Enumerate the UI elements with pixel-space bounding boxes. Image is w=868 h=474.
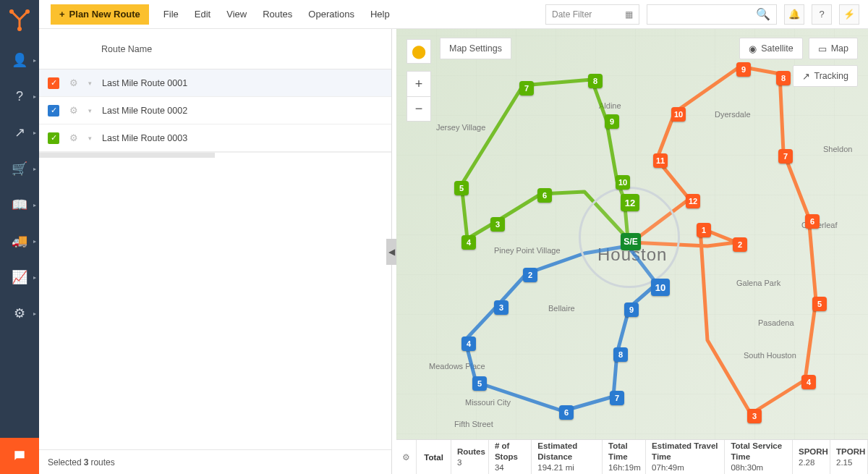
route-name: Last Mile Route 0003 <box>102 133 187 143</box>
stop-marker-blue[interactable]: 10 <box>651 279 670 296</box>
zoom-control: + − <box>407 71 431 122</box>
quick-action-button[interactable]: ⚡ <box>839 4 859 25</box>
nav-user-plus[interactable]: 👤▸ <box>0 42 39 78</box>
team-truck-icon: 🚚 <box>12 233 27 249</box>
stop-marker-green[interactable]: 9 <box>605 114 619 129</box>
date-filter[interactable]: Date Filter ▦ <box>545 4 639 25</box>
stop-marker-green[interactable]: 3 <box>490 217 505 232</box>
route-checkbox[interactable]: ✓ <box>48 105 59 117</box>
map-viewport[interactable]: Houston Jersey VillageDyersdaleSheldonAl… <box>396 29 868 474</box>
summary-value: 2.15 <box>836 457 861 468</box>
route-name-column-header: Route Name <box>101 44 152 54</box>
summary-col: Estimated Travel Time07h:49m <box>646 440 725 474</box>
stop-marker-blue[interactable]: 3 <box>494 300 509 315</box>
stop-marker-orange[interactable]: 12 <box>686 194 700 208</box>
stop-marker-orange[interactable]: 7 <box>778 149 793 164</box>
summary-col: # of Stops34 <box>489 440 532 474</box>
street-view-pegman[interactable]: ⬤ <box>407 39 431 64</box>
stop-marker-green[interactable]: 7 <box>519 81 534 96</box>
nav-address-book[interactable]: 📖▸ <box>0 187 39 223</box>
bolt-icon: ⚡ <box>843 9 855 20</box>
stop-marker-orange[interactable]: 9 <box>736 62 751 77</box>
cart-icon: 🛒 <box>12 161 27 177</box>
stop-marker-orange[interactable]: 1 <box>697 223 711 237</box>
route-name: Last Mile Route 0001 <box>102 78 187 88</box>
map-settings-button[interactable]: Map Settings <box>440 38 511 59</box>
nav-analytics[interactable]: 📈▸ <box>0 259 39 295</box>
bell-icon: 🔔 <box>788 9 800 20</box>
panel-splitter[interactable]: ◀ <box>386 239 396 265</box>
route-gear-icon[interactable]: ⚙ <box>69 77 78 88</box>
nav-user-settings[interactable]: ⚙▸ <box>0 295 39 331</box>
route-row[interactable]: ✓⚙▾Last Mile Route 0002 <box>39 97 391 124</box>
menu-help[interactable]: Help <box>370 9 390 20</box>
summary-header: SPORH <box>799 447 824 457</box>
menu-edit[interactable]: Edit <box>195 9 210 20</box>
route-checkbox[interactable]: ✓ <box>48 132 59 144</box>
stop-marker-blue[interactable]: 7 <box>610 391 624 405</box>
user-plus-icon: 👤 <box>12 52 27 68</box>
menu-view[interactable]: View <box>226 9 247 20</box>
chat-button[interactable] <box>0 438 39 474</box>
summary-settings-button[interactable]: ⚙ <box>396 440 417 474</box>
menu-operations[interactable]: Operations <box>308 9 354 20</box>
stop-marker-blue[interactable]: 6 <box>559 405 574 420</box>
date-filter-placeholder: Date Filter <box>552 9 592 20</box>
top-toolbar: + Plan New Route FileEditViewRoutesOpera… <box>0 0 868 29</box>
nav-cart[interactable]: 🛒▸ <box>0 151 39 187</box>
plan-new-route-button[interactable]: + Plan New Route <box>51 4 149 25</box>
notifications-button[interactable]: 🔔 <box>784 4 804 25</box>
route-list: ✓⚙▾Last Mile Route 0001✓⚙▾Last Mile Rout… <box>39 69 391 152</box>
stop-marker-green[interactable]: 10 <box>616 175 630 190</box>
zoom-out-button[interactable]: − <box>407 96 430 121</box>
stop-marker-orange[interactable]: 8 <box>776 71 791 85</box>
start-end-marker[interactable]: S/E <box>621 233 641 250</box>
stop-marker-green[interactable]: 12 <box>621 194 639 211</box>
summary-header: # of Stops <box>495 441 525 462</box>
summary-header: Estimated Distance <box>537 441 596 462</box>
expand-icon[interactable]: ▾ <box>88 135 92 142</box>
stop-marker-orange[interactable]: 5 <box>812 297 827 311</box>
calendar-icon: ▦ <box>625 9 633 20</box>
menu-routes[interactable]: Routes <box>263 9 292 20</box>
route-row[interactable]: ✓⚙▾Last Mile Route 0001 <box>39 69 391 97</box>
stop-marker-green[interactable]: 8 <box>588 74 603 88</box>
route-gear-icon[interactable]: ⚙ <box>69 132 78 143</box>
stop-marker-blue[interactable]: 5 <box>472 376 487 391</box>
map-icon: ▭ <box>818 43 827 54</box>
stop-marker-orange[interactable]: 2 <box>733 237 747 252</box>
help-button[interactable]: ? <box>812 4 832 25</box>
summary-col: Estimated Distance194.21 mi <box>532 440 603 474</box>
nav-help-circle[interactable]: ?▸ <box>0 78 39 114</box>
stop-marker-orange[interactable]: 11 <box>653 153 668 168</box>
menu-file[interactable]: File <box>163 9 179 20</box>
search-input[interactable]: 🔍 <box>647 4 777 25</box>
stop-marker-orange[interactable]: 4 <box>801 375 816 389</box>
nav-team-truck[interactable]: 🚚▸ <box>0 223 39 259</box>
stop-marker-orange[interactable]: 10 <box>671 107 686 122</box>
plus-icon: + <box>59 9 65 20</box>
expand-icon[interactable]: ▾ <box>88 107 92 114</box>
stop-marker-green[interactable]: 6 <box>537 188 552 203</box>
satellite-toggle[interactable]: ◉Satellite <box>739 38 802 59</box>
summary-value: 3 <box>457 457 482 468</box>
stop-marker-blue[interactable]: 9 <box>624 302 639 317</box>
route-gear-icon[interactable]: ⚙ <box>69 105 78 116</box>
expand-icon[interactable]: ▾ <box>88 80 92 87</box>
nav-route-up[interactable]: ↗▸ <box>0 114 39 151</box>
stop-marker-orange[interactable]: 6 <box>805 214 820 229</box>
summary-col: Total Service Time08h:30m <box>725 440 793 474</box>
stop-marker-blue[interactable]: 8 <box>613 347 628 362</box>
stop-marker-green[interactable]: 5 <box>454 181 469 195</box>
route-row[interactable]: ✓⚙▾Last Mile Route 0003 <box>39 124 391 152</box>
map-toggle[interactable]: ▭Map <box>809 38 858 59</box>
route-checkbox[interactable]: ✓ <box>48 77 59 89</box>
zoom-in-button[interactable]: + <box>407 72 430 96</box>
summary-table: ⚙ Total Routes3# of Stops34Estimated Dis… <box>396 439 868 474</box>
stop-marker-orange[interactable]: 3 <box>747 409 762 423</box>
stop-marker-blue[interactable]: 4 <box>461 337 476 351</box>
horizontal-scrollbar[interactable] <box>39 152 391 158</box>
stop-marker-green[interactable]: 4 <box>461 235 476 250</box>
analytics-icon: 📈 <box>12 269 27 285</box>
stop-marker-blue[interactable]: 2 <box>523 268 537 282</box>
